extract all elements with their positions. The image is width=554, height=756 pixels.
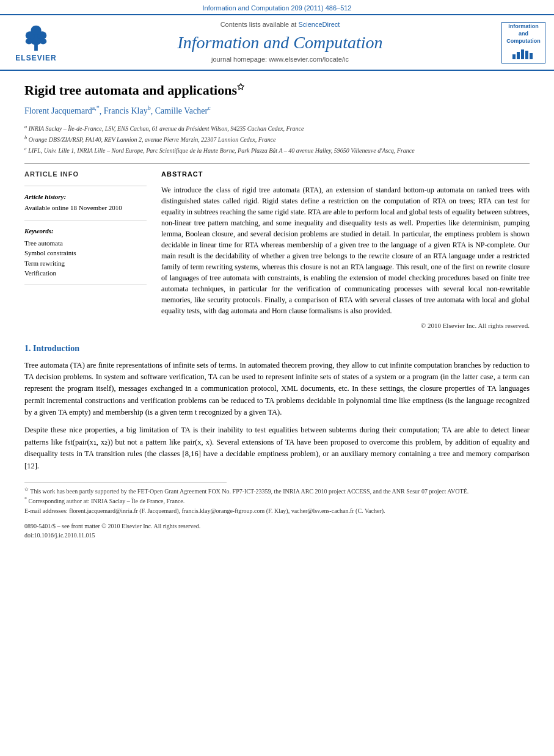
svg-rect-11 [530,53,533,59]
footnote-star-marker: ✩ [24,487,29,492]
article-info-abstract: ARTICLE INFO Article history: Available … [24,170,530,330]
email-label: E-mail addresses: [24,507,68,514]
intro-heading: Introduction [33,344,79,353]
keywords-section: Keywords: Tree automata Symbol constrain… [24,227,147,278]
corner-box: InformationandComputation [501,22,545,64]
intro-paragraph-2: Despite these nice properties, a big lim… [24,424,530,472]
affil-a: a INRIA Saclay – Île-de-France, LSV, ENS… [24,125,304,132]
footnote-corresponding-text: Corresponding author at: INRIA Saclay – … [29,498,185,505]
footnote-email: E-mail addresses: florent.jacquemard@inr… [24,506,530,515]
abstract-text: We introduce the class of rigid tree aut… [161,184,530,316]
svg-rect-9 [521,49,524,59]
footnote-star-text: This work has been partly supported by t… [30,488,468,495]
main-divider [24,163,530,164]
affiliations: a INRIA Saclay – Île-de-France, LSV, ENS… [24,122,530,156]
paper-title: Rigid tree automata and applications✩ [24,82,530,99]
footer-doi: doi:10.1016/j.ic.2010.11.015 [24,531,530,540]
affil-c: c LIFL, Univ. Lille 1, INRIA Lille – Nor… [24,147,415,154]
journal-title: Information and Computation [72,32,488,53]
history-label: Article history: [24,192,147,202]
star-marker: ✩ [237,82,244,92]
left-divider-3 [24,285,147,285]
citation-bar: Information and Computation 209 (2011) 4… [0,0,554,14]
author-1: Florent Jacquemarda,* [24,106,100,115]
article-history: Article history: Available online 18 Nov… [24,192,147,213]
journal-header: ELSEVIER Contents lists available at Sci… [0,14,554,70]
available-online: Available online 18 November 2010 [24,203,147,213]
sciencedirect-link[interactable]: ScienceDirect [298,21,340,28]
svg-rect-8 [517,52,520,59]
copyright-line: © 2010 Elsevier Inc. All rights reserved… [161,321,530,330]
homepage-label: journal homepage: www.elsevier.com/locat… [211,56,349,63]
email-addresses: florent.jacquemard@inria.fr (F. Jacquema… [69,507,385,514]
footnote-star: ✩ This work has been partly supported by… [24,486,530,496]
author-3: Camille Vacherc [155,106,211,115]
journal-footer: 0890-5401/$ – see front matter © 2010 El… [24,522,530,540]
svg-rect-7 [512,54,516,59]
keyword-1: Tree automata [24,238,147,249]
intro-number: 1. [24,344,31,353]
svg-point-6 [40,38,47,45]
footnote-corresponding: * Corresponding author at: INRIA Saclay … [24,496,530,506]
abstract-section: ABSTRACT We introduce the class of rigid… [161,170,530,330]
abstract-label: ABSTRACT [161,170,530,179]
left-divider-2 [24,220,147,220]
keyword-2: Symbol constraints [24,248,147,258]
main-content: Rigid tree automata and applications✩ Fl… [0,71,554,552]
affil-b: b Orange DBS/ZIA/RSP, FA140, REV Lannion… [24,136,276,143]
introduction-section: 1. Introduction Tree automata (TA) are f… [24,343,530,472]
elsevier-label: ELSEVIER [15,53,56,64]
corner-title: InformationandComputation [506,23,541,45]
keyword-4: Verification [24,268,147,278]
keywords-label: Keywords: [24,227,147,236]
journal-homepage: journal homepage: www.elsevier.com/locat… [72,55,488,64]
svg-point-5 [26,38,33,45]
elsevier-logo: ELSEVIER [9,21,64,64]
author-2: Francis Klayb [104,106,151,115]
corner-chart-icon [511,47,536,62]
intro-paragraph-1: Tree automata (TA) are finite representa… [24,360,530,419]
authors-line: Florent Jacquemarda,*, Francis Klayb, Ca… [24,104,530,118]
footnote-divider [24,482,227,482]
svg-point-4 [31,26,41,35]
keyword-3: Term rewriting [24,258,147,269]
citation-text: Information and Computation 209 (2011) 4… [202,4,351,12]
article-info-col: ARTICLE INFO Article history: Available … [24,170,147,330]
paper-title-text: Rigid tree automata and applications [24,82,237,98]
footnote-asterisk: * [24,496,27,502]
elsevier-tree-icon [18,21,54,52]
abstract-col: ABSTRACT We introduce the class of rigid… [161,170,530,330]
svg-rect-10 [525,51,528,59]
intro-title: 1. Introduction [24,343,530,355]
left-divider-1 [24,186,147,186]
header-center: Contents lists available at ScienceDirec… [72,20,488,64]
contents-available-line: Contents lists available at ScienceDirec… [72,20,488,29]
article-info-label: ARTICLE INFO [24,170,147,179]
footer-issn: 0890-5401/$ – see front matter © 2010 El… [24,522,530,531]
journal-corner-logo: InformationandComputation [497,22,545,64]
